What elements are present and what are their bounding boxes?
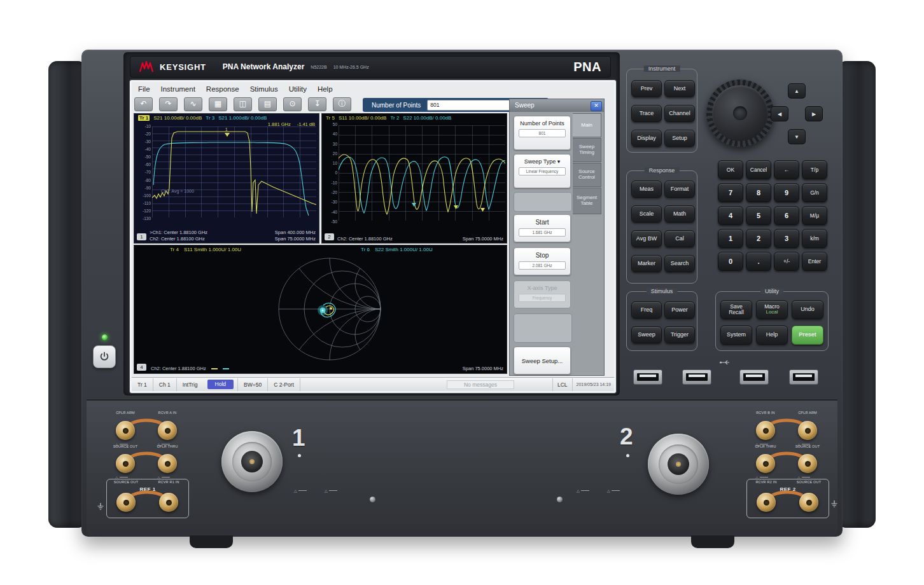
menu-file[interactable]: File xyxy=(138,85,150,93)
setup-button[interactable]: Setup xyxy=(664,130,695,147)
tr1-badge[interactable]: Tr 1 xyxy=(138,115,150,121)
arrow-left-button[interactable]: ◀ xyxy=(771,106,788,121)
chart2-traces xyxy=(339,125,505,221)
key-cancel[interactable]: Cancel xyxy=(746,160,771,179)
preset-button[interactable]: Preset xyxy=(792,326,823,345)
tile-windows-icon[interactable]: ▦ xyxy=(209,97,227,111)
search-button[interactable]: Search xyxy=(664,255,695,272)
sweep-type-dropdown[interactable]: Sweep Type ▾ Linear Frequency xyxy=(514,154,571,188)
key-decimal[interactable]: . xyxy=(746,252,771,271)
key-3[interactable]: 3 xyxy=(774,229,799,248)
undo-icon[interactable]: ↶ xyxy=(134,97,153,111)
tab-sweep-timing[interactable]: Sweep Timing xyxy=(573,138,601,162)
key-backspace[interactable]: ← xyxy=(774,160,799,179)
tr3-badge[interactable]: Tr 3 xyxy=(206,115,214,121)
key-enter[interactable]: Enter xyxy=(802,252,827,271)
trace-wizard-icon[interactable]: ∿ xyxy=(184,97,202,111)
prev-button[interactable]: Prev xyxy=(631,80,662,97)
format-button[interactable]: Format xyxy=(664,181,695,198)
trigger-button[interactable]: Trigger xyxy=(664,326,695,343)
avg-bw-button[interactable]: Avg BW xyxy=(631,230,662,247)
points-label: Number of Points xyxy=(372,102,421,109)
channel-button[interactable]: Channel xyxy=(664,105,695,122)
menu-instrument[interactable]: Instrument xyxy=(161,85,195,93)
cal-button[interactable]: Cal xyxy=(664,230,695,247)
key-kilo-milli[interactable]: k/m xyxy=(802,229,827,248)
key-6[interactable]: 6 xyxy=(774,206,799,225)
menu-help[interactable]: Help xyxy=(318,85,333,93)
clipboard-icon[interactable]: ▤ xyxy=(258,97,277,111)
window2-badge[interactable]: 2 xyxy=(325,233,334,240)
save-icon[interactable]: ↧ xyxy=(308,97,326,111)
trace-button[interactable]: Trace xyxy=(631,105,662,122)
menu-response[interactable]: Response xyxy=(206,85,239,93)
macro-local-button[interactable]: MacroLocal xyxy=(756,300,788,319)
points-input[interactable] xyxy=(427,100,521,111)
undo-button[interactable]: Undo xyxy=(792,300,823,319)
power-button-switch[interactable] xyxy=(93,345,116,368)
marker-button[interactable]: Marker xyxy=(631,255,662,272)
menu-utility[interactable]: Utility xyxy=(289,85,307,93)
arrow-down-button[interactable]: ▼ xyxy=(788,129,806,144)
arrow-up-button[interactable]: ▲ xyxy=(788,83,806,99)
freq-button[interactable]: Freq xyxy=(631,301,662,319)
save-recall-button[interactable]: SaveRecall xyxy=(720,300,752,319)
ref1-rcvr-r1-in-label: RCVR R1 IN xyxy=(148,480,189,484)
source-out-left-label: SOURCE OUT xyxy=(105,444,146,448)
ch1-span: Span 400.000 MHz xyxy=(275,230,316,236)
key-giga-nano[interactable]: G/n xyxy=(802,183,827,202)
tab-segment-table[interactable]: Segment Table xyxy=(573,188,601,214)
tab-main[interactable]: Main xyxy=(573,113,601,137)
menu-stimulus[interactable]: Stimulus xyxy=(250,85,278,93)
key-ok[interactable]: OK xyxy=(718,160,743,179)
tr5-badge[interactable]: Tr 5 xyxy=(326,115,335,121)
key-7[interactable]: 7 xyxy=(718,183,743,202)
key-2[interactable]: 2 xyxy=(746,229,771,248)
key-8[interactable]: 8 xyxy=(746,183,771,202)
scale-button[interactable]: Scale xyxy=(631,205,662,223)
window4-badge[interactable]: 4 xyxy=(137,364,146,371)
key-4[interactable]: 4 xyxy=(718,206,743,225)
usb-icon xyxy=(719,359,731,366)
number-of-points-button[interactable]: Number of Points 801 xyxy=(514,116,571,150)
tr4-badge[interactable]: Tr 4 xyxy=(170,247,179,252)
rotary-knob[interactable] xyxy=(706,79,774,147)
next-button[interactable]: Next xyxy=(664,80,695,97)
key-tera-pico[interactable]: T/p xyxy=(802,160,827,179)
redo-icon[interactable]: ↷ xyxy=(159,97,178,111)
key-9[interactable]: 9 xyxy=(774,183,799,202)
stop-button[interactable]: Stop 2.081 GHz xyxy=(514,247,571,275)
right-handle xyxy=(837,61,876,528)
tr6-badge[interactable]: Tr 6 xyxy=(361,247,370,252)
zoom-icon[interactable]: ⊙ xyxy=(283,97,302,111)
window1-badge[interactable]: 1 xyxy=(137,233,146,240)
cplr-arm-left-connector xyxy=(116,421,135,440)
usb-port-1 xyxy=(633,369,662,385)
sweep-button[interactable]: Sweep xyxy=(631,326,662,343)
meas-button[interactable]: Meas xyxy=(631,181,662,198)
system-button[interactable]: System xyxy=(720,326,752,345)
math-button[interactable]: Math xyxy=(664,205,695,223)
power-button[interactable]: Power xyxy=(664,301,695,319)
key-plus-minus[interactable]: +/- xyxy=(774,252,799,271)
chart-window-smith: Tr 4 S11 Smith 1.000U/ 1.00U Tr 6 S22 Sm… xyxy=(134,245,507,374)
key-0[interactable]: 0 xyxy=(718,252,743,271)
display-button[interactable]: Display xyxy=(631,130,662,147)
chart2-span: Span 75.0000 MHz xyxy=(463,236,503,242)
start-button[interactable]: Start 1.681 GHz xyxy=(514,214,571,242)
sweep-setup-button[interactable]: Sweep Setup... xyxy=(514,347,571,375)
help-button[interactable]: Help xyxy=(756,326,788,345)
key-mega-micro[interactable]: M/µ xyxy=(802,206,827,225)
chart1-avg-note: Ch1: Avg = 1000 xyxy=(161,189,194,193)
left-handle xyxy=(48,61,87,528)
key-5[interactable]: 5 xyxy=(746,206,771,225)
smith-center: Ch2: Center 1.88100 GHz xyxy=(151,366,229,372)
key-1[interactable]: 1 xyxy=(718,229,743,248)
close-icon[interactable]: ✕ xyxy=(591,101,602,111)
tab-source-control[interactable]: Source Control xyxy=(573,163,601,187)
info-icon[interactable]: ⓘ xyxy=(333,97,351,111)
keysight-logo-icon xyxy=(139,61,153,72)
window-layout-icon[interactable]: ◫ xyxy=(234,97,252,111)
arrow-right-button[interactable]: ▶ xyxy=(805,106,823,121)
tr2-badge[interactable]: Tr 2 xyxy=(390,115,399,121)
